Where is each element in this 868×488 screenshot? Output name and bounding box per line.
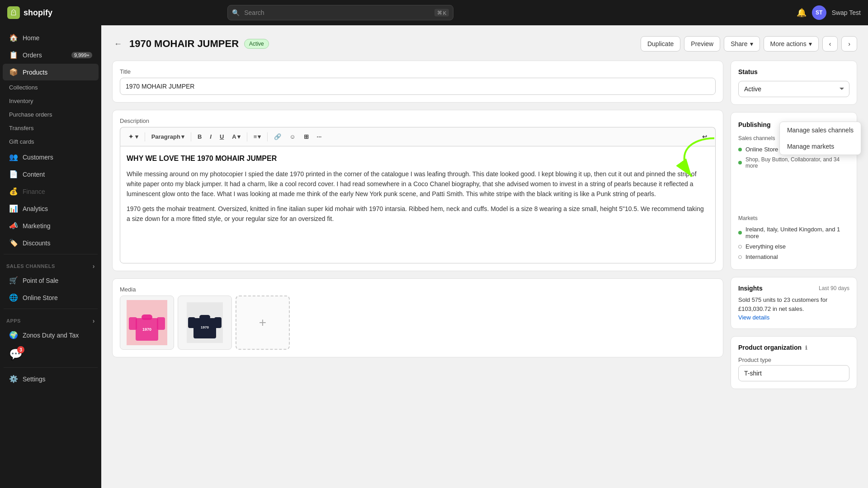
search-input[interactable] — [227, 5, 453, 20]
toolbar-sep-1 — [145, 132, 145, 141]
sidebar-sub-transfers[interactable]: Transfers — [3, 122, 99, 135]
description-content[interactable]: WHY WE LOVE THE 1970 MOHAIR JUMPER While… — [120, 146, 716, 263]
sidebar-item-label: Products — [23, 69, 47, 76]
sidebar: 🏠 Home 📋 Orders 9,999+ 📦 Products Collec… — [0, 25, 101, 488]
sidebar-item-chat[interactable]: 💬 3 — [3, 344, 99, 365]
sidebar-item-label: Orders — [23, 52, 42, 59]
market-everything-else: Everything else — [738, 241, 849, 252]
sidebar-item-label: Discounts — [23, 239, 50, 247]
purchase-orders-label: Purchase orders — [9, 111, 52, 118]
sidebar-item-label: Content — [23, 171, 45, 178]
sidebar-item-analytics[interactable]: 📊 Analytics — [3, 200, 99, 217]
sidebar-item-label: Customers — [23, 154, 53, 161]
apps-label: Apps › — [0, 312, 101, 326]
username[interactable]: Swap Test — [832, 9, 861, 16]
product-main: Title Description ✦ ▾ Paragraph ▾ B — [112, 61, 723, 396]
svg-text:1970: 1970 — [201, 325, 209, 329]
sidebar-sub-purchase-orders[interactable]: Purchase orders — [3, 108, 99, 121]
sidebar-item-products[interactable]: 📦 Products — [3, 64, 99, 80]
manage-sales-channels-item[interactable]: Manage sales channels — [780, 122, 861, 138]
insights-period: Last 90 days — [819, 285, 849, 291]
sales-channels-dropdown: Manage sales channels Manage markets — [779, 122, 861, 155]
bell-icon: 🔔 — [797, 8, 807, 18]
markets-sub-label: Markets — [738, 215, 849, 221]
toolbar-underline-btn[interactable]: U — [216, 131, 227, 142]
sidebar-item-online-store[interactable]: 🌐 Online Store — [3, 289, 99, 306]
page-header: ← 1970 MOHAIR JUMPER Active Duplicate Pr… — [112, 36, 857, 52]
sidebar-item-discounts[interactable]: 🏷️ Discounts — [3, 235, 99, 251]
toolbar-paragraph-btn[interactable]: Paragraph ▾ — [148, 131, 188, 142]
svg-rect-2 — [129, 317, 137, 330]
sidebar-item-customers[interactable]: 👥 Customers — [3, 149, 99, 165]
share-button[interactable]: Share ▾ — [724, 36, 760, 52]
inventory-label: Inventory — [9, 98, 33, 104]
media-card: Media — [112, 278, 723, 357]
market-international: International — [738, 252, 849, 262]
publishing-title: Publishing — [738, 121, 771, 128]
media-thumb-2[interactable]: 1970 — [178, 296, 232, 350]
back-button[interactable]: ← — [112, 38, 124, 51]
collections-label: Collections — [9, 84, 38, 91]
nav-next-button[interactable]: › — [841, 36, 857, 52]
notifications-bell[interactable]: 🔔 — [797, 8, 807, 18]
view-details-link[interactable]: View details — [738, 314, 769, 321]
analytics-icon: 📊 — [9, 204, 18, 213]
back-arrow-icon: ← — [114, 39, 122, 49]
content-area: ← 1970 MOHAIR JUMPER Active Duplicate Pr… — [101, 25, 868, 488]
sidebar-item-zonos[interactable]: 🌍 Zonos Duty and Tax — [3, 327, 99, 343]
toolbar-emoji-btn[interactable]: ☺ — [286, 131, 299, 142]
sidebar-item-orders[interactable]: 📋 Orders 9,999+ — [3, 47, 99, 63]
customers-icon: 👥 — [9, 153, 18, 161]
status-badge: Active — [244, 39, 269, 49]
status-select[interactable]: Active Draft — [738, 81, 849, 97]
toolbar-undo-btn[interactable]: ↩ — [698, 131, 711, 142]
search-bar: 🔍 ⌘ K — [227, 5, 453, 20]
toolbar-link-btn[interactable]: 🔗 — [270, 131, 285, 142]
products-icon: 📦 — [9, 68, 18, 76]
nav-prev-button[interactable]: ‹ — [822, 36, 838, 52]
title-input[interactable] — [120, 78, 716, 95]
toolbar-italic-btn[interactable]: I — [206, 131, 215, 142]
product-type-input[interactable] — [738, 365, 849, 381]
sidebar-item-pos[interactable]: 🛒 Point of Sale — [3, 272, 99, 289]
toolbar-more-btn[interactable]: ··· — [313, 131, 326, 142]
toolbar-table-btn[interactable]: ⊞ — [300, 131, 312, 142]
toolbar-align-btn[interactable]: ≡ ▾ — [250, 131, 265, 142]
media-thumb-1[interactable]: 1970 — [120, 296, 174, 350]
sidebar-item-label: Home — [23, 34, 39, 42]
more-actions-chevron-icon: ▾ — [809, 40, 812, 47]
sidebar-item-marketing[interactable]: 📣 Marketing — [3, 217, 99, 234]
sidebar-sub-gift-cards[interactable]: Gift cards — [3, 135, 99, 148]
search-icon: 🔍 — [232, 9, 240, 16]
sidebar-item-content[interactable]: 📄 Content — [3, 166, 99, 183]
toolbar-color-btn[interactable]: A ▾ — [228, 131, 244, 142]
title-label: Title — [120, 68, 716, 75]
main-layout: 🏠 Home 📋 Orders 9,999+ 📦 Products Collec… — [0, 25, 868, 488]
shopify-logo-icon — [7, 6, 20, 19]
sidebar-item-settings[interactable]: ⚙️ Settings — [3, 371, 99, 387]
status-card: Status Active Draft — [731, 61, 857, 105]
product-side: Status Active Draft Publishing ••• Sales… — [731, 61, 857, 396]
avatar[interactable]: ST — [812, 5, 826, 20]
manage-markets-item[interactable]: Manage markets — [780, 138, 861, 155]
toolbar-bold-btn[interactable]: B — [194, 131, 205, 142]
chat-icon-wrap: 💬 3 — [9, 348, 23, 361]
sales-channels-expand[interactable]: › — [93, 263, 95, 270]
channel-dot-shop — [738, 161, 742, 164]
status-card-header: Status — [738, 68, 849, 75]
media-add-button[interactable]: + — [236, 296, 290, 350]
logo[interactable]: shopify — [7, 6, 52, 19]
preview-button[interactable]: Preview — [684, 36, 720, 52]
toolbar-magic-btn[interactable]: ✦ ▾ — [125, 131, 142, 142]
more-actions-button[interactable]: More actions ▾ — [764, 36, 819, 52]
duplicate-button[interactable]: Duplicate — [641, 36, 680, 52]
home-icon: 🏠 — [9, 33, 18, 42]
sidebar-sub-inventory[interactable]: Inventory — [3, 94, 99, 108]
svg-rect-10 — [199, 315, 210, 319]
sidebar-sub-collections[interactable]: Collections — [3, 81, 99, 94]
sidebar-item-home[interactable]: 🏠 Home — [3, 29, 99, 46]
svg-rect-3 — [157, 317, 165, 330]
apps-expand[interactable]: › — [93, 317, 95, 324]
sidebar-item-label: Marketing — [23, 222, 50, 230]
svg-rect-4 — [142, 314, 152, 320]
